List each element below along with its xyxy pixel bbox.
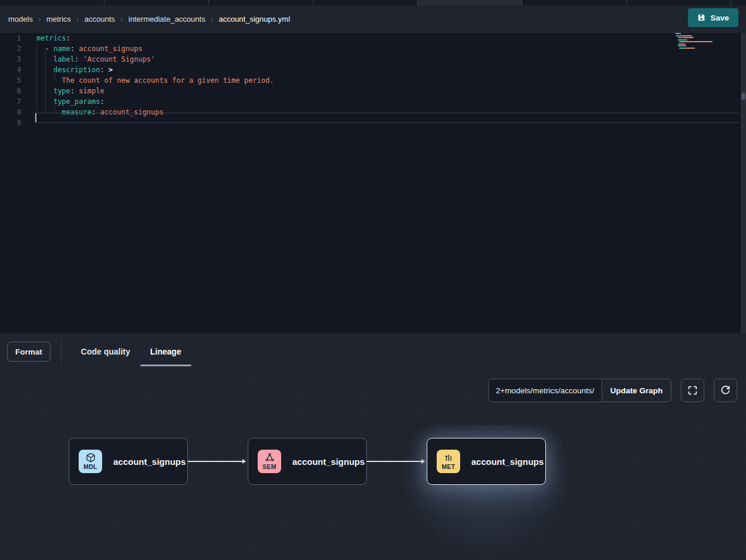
- minimap[interactable]: [675, 33, 713, 52]
- fullscreen-button[interactable]: [681, 379, 704, 402]
- code-text: The count of new accounts for a given ti…: [36, 75, 274, 86]
- line-number: 8: [0, 107, 21, 117]
- file-tab-5[interactable]: [522, 0, 627, 5]
- code-line-4[interactable]: 4 description: >: [0, 65, 746, 75]
- refresh-button[interactable]: [714, 379, 737, 402]
- lineage-controls: Update Graph: [488, 379, 737, 402]
- tab-code-quality[interactable]: Code quality: [71, 333, 140, 370]
- file-tab-4[interactable]: [418, 0, 522, 5]
- scrollbar-thumb[interactable]: [741, 93, 745, 100]
- fullscreen-icon: [687, 385, 698, 396]
- code-line-3[interactable]: 3 label: 'Account Signups': [0, 54, 746, 65]
- chevron-right-icon: ›: [120, 14, 123, 23]
- lineage-edge: [188, 461, 245, 462]
- minimap-line: [675, 49, 713, 52]
- breadcrumb-item-models[interactable]: models: [8, 15, 33, 23]
- line-number: 5: [0, 75, 21, 86]
- file-tab-1[interactable]: [104, 0, 209, 5]
- chevron-right-icon: ›: [211, 14, 214, 23]
- node-title: account_signups: [292, 457, 364, 467]
- lineage-node-mdl[interactable]: MDLaccount_signups: [69, 438, 188, 485]
- line-number: 1: [0, 33, 21, 43]
- file-tab-7[interactable]: [731, 0, 746, 5]
- text-cursor: [35, 113, 36, 122]
- save-button-label: Save: [710, 14, 729, 22]
- indent-guide: [45, 49, 46, 113]
- breadcrumb: models›metrics›accounts›intermediate_acc…: [8, 15, 290, 23]
- format-button[interactable]: Format: [7, 342, 50, 362]
- breadcrumb-item-accounts[interactable]: accounts: [85, 15, 115, 23]
- model-cube-icon: [86, 453, 96, 463]
- line-number: 2: [0, 43, 21, 54]
- code-editor[interactable]: 1metrics:2 - name: account_signups3 labe…: [0, 33, 746, 333]
- panel-header: Format Code qualityLineage: [0, 333, 746, 370]
- chevron-right-icon: ›: [76, 14, 79, 23]
- selector-group: Update Graph: [488, 379, 671, 402]
- code-line-2[interactable]: 2 - name: account_signups: [0, 43, 746, 54]
- badge-label: SEM: [262, 463, 276, 470]
- header-divider: [61, 340, 62, 363]
- tab-lineage[interactable]: Lineage: [140, 333, 191, 370]
- lineage-node-met[interactable]: METaccount_signups: [427, 438, 546, 485]
- code-text: type_params:: [36, 96, 104, 107]
- breadcrumb-bar: models›metrics›accounts›intermediate_acc…: [0, 5, 746, 33]
- code-line-6[interactable]: 6 type: simple: [0, 86, 746, 96]
- code-text: type: simple: [36, 86, 104, 96]
- code-text: - name: account_signups: [36, 43, 143, 54]
- line-number: 4: [0, 65, 21, 75]
- mdl-badge: MDL: [79, 450, 102, 473]
- code-line-7[interactable]: 7 type_params:: [0, 96, 746, 107]
- sem-badge: SEM: [258, 450, 281, 473]
- line-number: 6: [0, 86, 21, 96]
- code-text: label: 'Account Signups': [36, 54, 155, 65]
- editor-scrollbar[interactable]: [741, 33, 746, 333]
- floppy-disk-icon: [697, 14, 706, 22]
- code-text: metrics:: [36, 33, 70, 43]
- badge-label: MET: [442, 463, 455, 470]
- breadcrumb-item-intermediate_accounts[interactable]: intermediate_accounts: [129, 15, 205, 23]
- ide-window: models›metrics›accounts›intermediate_acc…: [0, 0, 746, 560]
- file-tab-6[interactable]: [627, 0, 731, 5]
- model-selector-input[interactable]: [489, 379, 602, 402]
- indent-guide: [55, 102, 55, 113]
- met-badge: MET: [437, 450, 460, 473]
- line-number: 9: [0, 117, 21, 128]
- breadcrumb-item-metrics[interactable]: metrics: [46, 15, 71, 23]
- file-tab-2[interactable]: [209, 0, 313, 5]
- code-text: description: >: [36, 65, 113, 75]
- bottom-panel: Format Code qualityLineage Update Graph: [0, 333, 746, 560]
- panel-tabs: Code qualityLineage: [71, 333, 191, 370]
- badge-label: MDL: [83, 463, 97, 470]
- breadcrumb-item-account_signups.yml[interactable]: account_signups.yml: [219, 15, 290, 23]
- node-title: account_signups: [471, 457, 544, 467]
- update-graph-button[interactable]: Update Graph: [602, 379, 671, 402]
- file-tab-3[interactable]: [313, 0, 418, 5]
- chevron-right-icon: ›: [38, 14, 41, 23]
- code-line-1[interactable]: 1metrics:: [0, 33, 746, 43]
- node-title: account_signups: [113, 457, 185, 467]
- save-button[interactable]: Save: [688, 8, 738, 27]
- lineage-node-sem[interactable]: SEMaccount_signups: [248, 438, 367, 485]
- semantic-graph-icon: [265, 453, 275, 463]
- line-number: 7: [0, 96, 21, 107]
- metric-bar-chart-icon: [444, 453, 454, 463]
- indent-guide: [55, 70, 55, 81]
- code-line-5[interactable]: 5 The count of new accounts for a given …: [0, 75, 746, 86]
- active-line-highlight: [35, 113, 738, 123]
- indent-guide: [36, 39, 37, 113]
- lineage-canvas[interactable]: Update Graph: [0, 370, 746, 560]
- line-number: 3: [0, 54, 21, 65]
- file-tabstrip: [0, 0, 746, 5]
- lineage-edge: [367, 461, 424, 462]
- refresh-icon: [720, 385, 731, 396]
- file-tab-0[interactable]: [0, 0, 104, 5]
